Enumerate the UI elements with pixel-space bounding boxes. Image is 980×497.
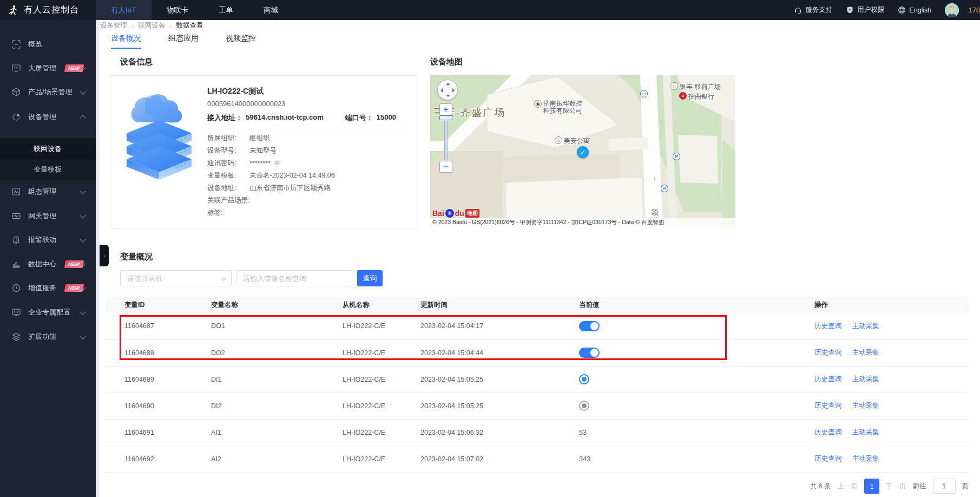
sidebar-scrollbar[interactable] bbox=[96, 20, 100, 497]
value-toggle-on[interactable] bbox=[579, 321, 600, 331]
sidebar-item-screen-mgmt[interactable]: 大屏管理 NEW bbox=[0, 58, 96, 79]
variable-name: AI2 bbox=[211, 446, 343, 472]
next-page-button[interactable]: 下一页 bbox=[886, 482, 906, 491]
sidebar-item-alarm-linkage[interactable]: 报警联动 bbox=[0, 230, 96, 250]
map-label-company: 济南振华数控科技有限公司 bbox=[543, 100, 582, 114]
active-collect-link[interactable]: 主动采集 bbox=[852, 428, 879, 436]
active-collect-link[interactable]: 主动采集 bbox=[852, 349, 879, 356]
meter-icon bbox=[12, 284, 21, 292]
col-slave-name: 从机名称 bbox=[343, 297, 420, 313]
slave-select[interactable] bbox=[120, 270, 232, 286]
map-copyright: © 2023 Baidu - GS(2021)6026号 - 甲测资字11111… bbox=[430, 218, 735, 227]
active-collect-link[interactable]: 主动采集 bbox=[852, 402, 879, 409]
support-menu[interactable]: 服务支持 bbox=[794, 5, 832, 15]
history-query-link[interactable]: 历史查询 bbox=[814, 402, 841, 409]
sidebar-item-scada-mgmt[interactable]: 组态管理 bbox=[0, 181, 96, 202]
field-tags: 标签: bbox=[207, 208, 249, 218]
chevron-down-icon bbox=[80, 236, 85, 242]
history-query-link[interactable]: 历史查询 bbox=[814, 322, 841, 330]
col-current-value: 当前值 bbox=[579, 297, 814, 313]
map-poi-company: ◉ 济南振华数控科技有限公司 bbox=[534, 100, 582, 114]
language-switch[interactable]: English bbox=[898, 6, 931, 14]
sidebar-item-overview[interactable]: 概览 bbox=[0, 34, 96, 55]
sidebar-collapse-handle[interactable]: ‹ bbox=[100, 245, 109, 266]
divider bbox=[207, 128, 409, 128]
history-query-link[interactable]: 历史查询 bbox=[814, 349, 841, 356]
topbar: 有人云控制台 有人IoT 物联卡 工单 商城 服务支持 用户权限 English bbox=[0, 0, 980, 20]
history-query-link[interactable]: 历史查询 bbox=[814, 375, 841, 383]
page-number-button[interactable]: 1 bbox=[864, 479, 879, 494]
sidebar-label: 概览 bbox=[28, 40, 42, 49]
col-variable-name: 变量名称 bbox=[211, 297, 343, 313]
sidebar-item-value-added-services[interactable]: 增值服务 NEW bbox=[0, 278, 96, 298]
map-poi-bank: ¤ 招商银行 bbox=[679, 92, 714, 101]
sidebar-label: 网关管理 bbox=[28, 211, 56, 221]
update-time: 2023-02-04 15:07:02 bbox=[420, 446, 579, 472]
device-location-marker[interactable]: ✓ bbox=[577, 146, 589, 158]
col-variable-id: 变量ID bbox=[106, 297, 211, 313]
goto-page-input[interactable] bbox=[933, 479, 956, 494]
history-query-link[interactable]: 历史查询 bbox=[814, 428, 841, 436]
nav-tab-work-order[interactable]: 工单 bbox=[203, 0, 248, 20]
active-collect-link[interactable]: 主动采集 bbox=[852, 455, 879, 462]
sidebar-subitem-networked-devices[interactable]: 联网设备 bbox=[0, 139, 96, 159]
slave-name: LH-IO222-C/E bbox=[343, 339, 420, 366]
variable-name-input[interactable] bbox=[236, 270, 353, 286]
pan-left-icon[interactable] bbox=[440, 88, 443, 93]
history-query-link[interactable]: 历史查询 bbox=[814, 455, 841, 462]
permission-label: 用户权限 bbox=[857, 5, 884, 15]
breadcrumb: 设备管理 › 联网设备 › 数据查看 bbox=[100, 21, 203, 30]
sidebar-item-gateway-mgmt[interactable]: 网关管理 bbox=[0, 206, 96, 226]
slave-name: LH-IO222-C/E bbox=[343, 366, 420, 393]
zoom-in-button[interactable]: + bbox=[439, 103, 452, 115]
sidebar-subitem-variable-templates[interactable]: 变量模板 bbox=[0, 159, 96, 180]
username-text[interactable]: 178 bbox=[968, 6, 980, 14]
zoom-slider-thumb[interactable] bbox=[439, 115, 452, 120]
value-number: 53 bbox=[579, 419, 814, 446]
map-pan-control[interactable] bbox=[437, 80, 458, 100]
sidebar-item-product-scene[interactable]: 产品/场景管理 bbox=[0, 82, 96, 102]
nav-tab-usr-iot[interactable]: 有人IoT bbox=[96, 0, 152, 20]
device-name: LH-IO222-C测试 bbox=[207, 87, 264, 96]
prev-page-button[interactable]: 上一页 bbox=[838, 482, 858, 491]
sidebar-item-data-center[interactable]: 数据中心 NEW bbox=[0, 254, 96, 274]
slave-select-input[interactable] bbox=[120, 270, 232, 286]
poi-dot-icon: ◉ bbox=[534, 100, 542, 108]
active-collect-link[interactable]: 主动采集 bbox=[852, 375, 879, 383]
breadcrumb-networked-devices[interactable]: 联网设备 bbox=[138, 21, 165, 30]
field-organization: 所属组织: 根组织 bbox=[207, 134, 270, 143]
breadcrumb-data-view: 数据查看 bbox=[176, 21, 203, 30]
slave-name: LH-IO222-C/E bbox=[343, 313, 420, 339]
variable-name: DI1 bbox=[211, 366, 343, 393]
value-toggle-on[interactable] bbox=[579, 348, 600, 358]
eye-icon[interactable] bbox=[273, 160, 280, 167]
sidebar-item-extended-functions[interactable]: 扩展功能 bbox=[0, 326, 96, 347]
pagination: 共 6 条 上一页 1 下一页 前往 页 bbox=[810, 479, 969, 494]
variable-name-search[interactable] bbox=[236, 270, 353, 286]
tab-scada-application[interactable]: 组态应用 bbox=[168, 34, 199, 49]
active-collect-link[interactable]: 主动采集 bbox=[852, 322, 879, 330]
pan-right-icon[interactable] bbox=[452, 88, 455, 93]
sidebar-item-enterprise-config[interactable]: 企业专属配置 bbox=[0, 302, 96, 323]
pan-down-icon[interactable] bbox=[446, 95, 450, 97]
value-radio-on[interactable] bbox=[579, 374, 589, 384]
nav-tab-mall[interactable]: 商城 bbox=[248, 0, 293, 20]
value-radio-off[interactable] bbox=[579, 401, 589, 411]
permission-menu[interactable]: 用户权限 bbox=[846, 5, 884, 15]
pan-up-icon[interactable] bbox=[446, 83, 450, 85]
device-map[interactable]: 三庆·齐盛广场 ◉ 济南振华数控科技有限公司 ⌂ 美安公寓 ⌂ 银丰·联荷广场 … bbox=[430, 75, 735, 227]
nav-tab-iot-card[interactable]: 物联卡 bbox=[152, 0, 204, 20]
sidebar-item-device-mgmt[interactable]: 设备管理 bbox=[0, 107, 96, 127]
search-button[interactable]: 查询 bbox=[357, 270, 383, 286]
user-avatar[interactable] bbox=[945, 3, 959, 17]
tab-video-monitoring[interactable]: 视频监控 bbox=[226, 34, 256, 49]
zoom-out-button[interactable]: − bbox=[439, 161, 452, 173]
zoom-slider-track[interactable] bbox=[444, 117, 448, 162]
breadcrumb-device-mgmt[interactable]: 设备管理 bbox=[100, 21, 127, 30]
tab-device-overview[interactable]: 设备概况 bbox=[111, 34, 141, 49]
brand-logo[interactable]: 有人云控制台 bbox=[0, 0, 96, 20]
port-label: 端口号： bbox=[345, 113, 373, 123]
chevron-down-icon bbox=[80, 309, 85, 315]
avatar-image bbox=[945, 3, 959, 17]
update-time: 2023-02-04 15:04:44 bbox=[420, 339, 579, 366]
